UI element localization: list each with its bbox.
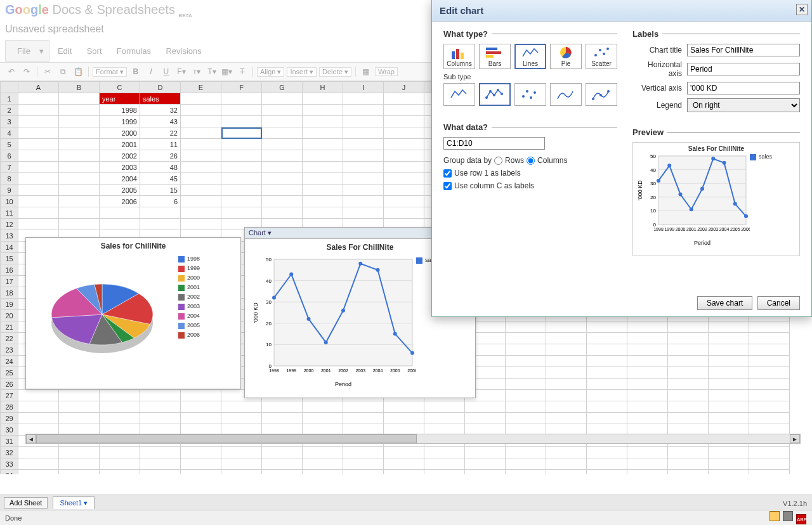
cell[interactable]: 11 <box>140 139 181 150</box>
cell[interactable] <box>303 401 343 413</box>
cell[interactable]: 32 <box>140 105 181 116</box>
cell[interactable] <box>18 139 59 150</box>
cell[interactable] <box>749 447 790 458</box>
cell[interactable] <box>18 447 59 458</box>
cell[interactable]: 1999 <box>100 116 140 127</box>
cell[interactable] <box>546 413 587 424</box>
cell[interactable] <box>587 390 627 401</box>
col-header[interactable]: G <box>262 82 303 93</box>
cell[interactable] <box>506 390 546 401</box>
row-header[interactable]: 30 <box>1 424 18 436</box>
cell[interactable] <box>18 207 59 219</box>
cell[interactable] <box>59 196 100 207</box>
cell[interactable] <box>221 207 262 219</box>
cell[interactable] <box>587 333 627 344</box>
cell[interactable] <box>749 458 790 470</box>
cell[interactable] <box>465 401 506 413</box>
cell[interactable] <box>749 367 790 379</box>
row-header[interactable]: 23 <box>1 344 18 356</box>
cell[interactable]: 6 <box>140 196 181 207</box>
type-bars[interactable]: Bars <box>479 44 511 69</box>
cell[interactable] <box>140 219 181 230</box>
cell[interactable]: 48 <box>140 162 181 173</box>
cell[interactable] <box>59 185 100 196</box>
row-header[interactable]: 16 <box>1 264 18 276</box>
cell[interactable] <box>465 470 506 475</box>
cell[interactable] <box>546 321 587 333</box>
cell[interactable] <box>140 458 181 470</box>
cell[interactable] <box>709 379 749 390</box>
cell[interactable] <box>668 379 709 390</box>
cell[interactable] <box>262 93 303 105</box>
cell[interactable] <box>59 219 100 230</box>
cell[interactable] <box>384 150 424 162</box>
cell[interactable] <box>59 401 100 413</box>
cell[interactable] <box>546 458 587 470</box>
cell[interactable]: 2001 <box>100 139 140 150</box>
type-lines[interactable]: Lines <box>514 44 546 69</box>
scroll-thumb[interactable] <box>36 434 417 443</box>
cell[interactable] <box>587 470 627 475</box>
cell[interactable] <box>100 219 140 230</box>
cell[interactable] <box>59 470 100 475</box>
cell[interactable] <box>181 150 221 162</box>
cell[interactable] <box>627 367 668 379</box>
cell[interactable] <box>181 219 221 230</box>
redo-icon[interactable]: ↷ <box>20 65 33 78</box>
cell[interactable] <box>59 105 100 116</box>
cell[interactable]: 2004 <box>100 173 140 185</box>
cell[interactable] <box>668 390 709 401</box>
cell[interactable] <box>668 413 709 424</box>
cell[interactable] <box>709 333 749 344</box>
cell[interactable] <box>262 150 303 162</box>
tray-icon-2[interactable] <box>783 511 793 521</box>
cell[interactable] <box>262 401 303 413</box>
cell[interactable] <box>221 447 262 458</box>
insert-menu[interactable]: Insert ▾ <box>287 67 317 77</box>
cell[interactable] <box>587 413 627 424</box>
cell[interactable] <box>627 458 668 470</box>
row-header[interactable]: 21 <box>1 321 18 333</box>
cell[interactable] <box>384 207 424 219</box>
cell[interactable] <box>18 150 59 162</box>
cell[interactable] <box>343 196 384 207</box>
type-scatter[interactable]: Scatter <box>586 44 617 69</box>
clear-icon[interactable]: T <box>236 65 249 78</box>
cell[interactable] <box>18 219 59 230</box>
cell[interactable] <box>668 356 709 367</box>
cell[interactable] <box>343 185 384 196</box>
row-header[interactable]: 18 <box>1 287 18 299</box>
cell[interactable] <box>627 379 668 390</box>
cell[interactable] <box>749 333 790 344</box>
cell[interactable] <box>140 447 181 458</box>
cell[interactable] <box>18 127 59 139</box>
cell[interactable] <box>181 116 221 127</box>
scroll-left-icon[interactable]: ◄ <box>26 434 36 443</box>
cell[interactable] <box>749 413 790 424</box>
row-header[interactable]: 32 <box>1 447 18 458</box>
cell[interactable] <box>709 470 749 475</box>
save-chart-button[interactable]: Save chart <box>697 296 752 310</box>
cut-icon[interactable]: ✂ <box>41 65 54 78</box>
cell[interactable] <box>303 116 343 127</box>
cell[interactable] <box>587 458 627 470</box>
cell[interactable] <box>18 196 59 207</box>
cell[interactable] <box>100 413 140 424</box>
cell[interactable] <box>384 162 424 173</box>
cell[interactable] <box>100 401 140 413</box>
cell[interactable] <box>18 93 59 105</box>
cell[interactable] <box>181 390 221 401</box>
legend-select[interactable]: On right <box>687 98 800 112</box>
cell[interactable] <box>303 127 343 139</box>
embedded-pie-chart[interactable]: Sales for ChillNite 19981999200020012002… <box>25 237 241 389</box>
cell[interactable] <box>384 185 424 196</box>
cell[interactable] <box>100 447 140 458</box>
textcolor-icon[interactable]: T▾ <box>206 65 218 78</box>
cell[interactable] <box>709 401 749 413</box>
row-header[interactable]: 28 <box>1 401 18 413</box>
cell[interactable] <box>384 139 424 150</box>
cell[interactable] <box>59 413 100 424</box>
tray-icon-3[interactable]: ABP <box>796 514 806 524</box>
cell[interactable] <box>384 447 424 458</box>
bgcolor-icon[interactable]: ▦▾ <box>221 65 233 78</box>
